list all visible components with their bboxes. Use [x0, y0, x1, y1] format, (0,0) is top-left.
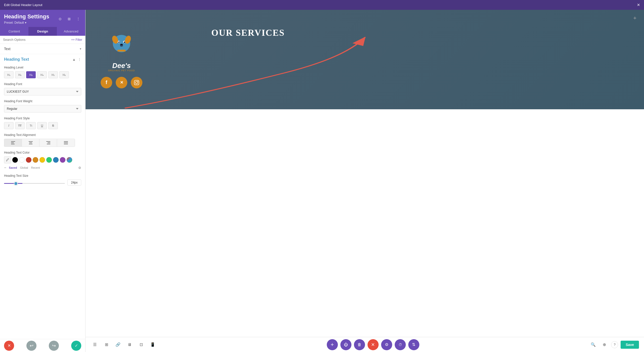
add-element-btn[interactable]: +	[327, 339, 338, 350]
close-icon[interactable]: ×	[637, 2, 640, 8]
target-icon[interactable]: ⊙	[57, 16, 63, 22]
toolbar-grid-icon[interactable]: ⊞	[102, 340, 111, 349]
align-center-btn[interactable]	[22, 139, 39, 147]
heading-text-size-group: Heading Text Size	[4, 174, 81, 186]
heading-text-size-label: Heading Text Size	[4, 174, 81, 178]
level-h2-btn[interactable]: H₂	[15, 71, 25, 78]
logo-name: Dee's	[108, 62, 135, 69]
tab-advanced[interactable]: Advanced	[57, 27, 85, 36]
svg-rect-4	[29, 143, 32, 143]
dog-logo	[106, 31, 137, 57]
heading-font-weight-group: Heading Font Weight Regular Bold Light	[4, 99, 81, 113]
settings-btn[interactable]: ⚙	[381, 339, 392, 350]
underline-btn[interactable]: U	[37, 122, 47, 129]
color-swatch-blue[interactable]	[53, 157, 59, 163]
level-h3-btn[interactable]: H₃	[26, 71, 36, 78]
align-left-btn[interactable]	[4, 139, 22, 147]
size-slider[interactable]	[4, 183, 65, 184]
strikethrough-btn[interactable]: S	[48, 122, 58, 129]
columns-btn[interactable]: ⇅	[408, 339, 419, 350]
capitalize-btn[interactable]: Tt	[26, 122, 36, 129]
color-swatch-rainbow[interactable]	[67, 157, 72, 163]
sidebar-preset[interactable]: Preset: Default ▾	[4, 21, 49, 24]
toolbar-mobile-icon[interactable]: 📱	[148, 340, 157, 349]
align-justify-btn[interactable]	[57, 139, 75, 147]
confirm-button[interactable]: ✓	[71, 341, 81, 351]
align-right-btn[interactable]	[39, 139, 57, 147]
confirm-icon: ✓	[75, 343, 78, 348]
toolbar-menu-icon[interactable]: ☰	[91, 340, 99, 349]
level-h6-btn[interactable]: H₆	[59, 71, 69, 78]
italic-btn[interactable]: I	[4, 122, 14, 129]
power-btn[interactable]: ⏻	[340, 339, 351, 350]
dots-icon[interactable]: ···	[4, 165, 6, 170]
color-swatch-white[interactable]	[19, 157, 25, 163]
color-swatch-purple[interactable]	[60, 157, 65, 163]
uppercase-btn[interactable]: TT	[15, 122, 25, 129]
heading-font-weight-select[interactable]: Regular Bold Light	[4, 105, 81, 113]
tab-content[interactable]: Content	[0, 27, 28, 36]
eyedropper-btn[interactable]	[4, 156, 11, 163]
color-swatch-red[interactable]	[26, 157, 31, 163]
toolbar-link-icon[interactable]: 🔗	[114, 340, 122, 349]
help-icon[interactable]: ?	[611, 341, 618, 348]
cancel-icon: ✕	[8, 343, 11, 348]
services-text: OUR SERVICES	[211, 27, 285, 38]
level-h4-btn[interactable]: H₄	[37, 71, 47, 78]
color-swatch-orange[interactable]	[33, 157, 38, 163]
canvas-plus-icon[interactable]: +	[633, 15, 636, 21]
svg-rect-2	[11, 144, 15, 144]
color-swatch-green[interactable]	[46, 157, 52, 163]
search-icon[interactable]: 🔍	[589, 340, 597, 349]
tab-design[interactable]: Design	[28, 27, 57, 36]
redo-button[interactable]: ↪	[49, 341, 59, 351]
facebook-icon[interactable]: f	[101, 77, 112, 88]
size-value-input[interactable]	[67, 180, 81, 186]
level-h5-btn[interactable]: H₅	[48, 71, 58, 78]
svg-rect-9	[64, 141, 68, 142]
svg-point-22	[119, 42, 120, 43]
svg-rect-8	[47, 144, 50, 144]
toolbar-desktop-icon[interactable]: 🖥	[125, 340, 134, 349]
color-settings-icon[interactable]: ⚙	[78, 166, 81, 170]
more-options-icon[interactable]: ⋮	[75, 16, 81, 22]
toolbar-tablet-icon[interactable]: ⊡	[137, 340, 145, 349]
filter-plus-icon: +	[71, 38, 73, 42]
delete-btn[interactable]: 🗑	[354, 339, 365, 350]
color-tab-recent[interactable]: Recent	[31, 166, 40, 169]
size-row	[4, 180, 81, 186]
heading-font-group: Heading Font LUCKIEST GUY	[4, 82, 81, 95]
arrow-overlay	[86, 10, 644, 109]
color-swatch-black[interactable]	[12, 157, 18, 163]
color-swatch-yellow[interactable]	[39, 157, 45, 163]
text-section-header[interactable]: Text ▾	[0, 44, 85, 54]
heading-font-select[interactable]: LUCKIEST GUY	[4, 88, 81, 95]
svg-rect-11	[64, 144, 68, 144]
collapse-icon[interactable]: ▲	[72, 57, 76, 61]
top-bar: Edit Global Header Layout ×	[0, 0, 644, 10]
layout-icon[interactable]: ⊞	[66, 16, 72, 22]
cancel-button[interactable]: ✕	[4, 341, 14, 351]
logo-area: Dee's ORGANIC PET FOOD f ✕	[101, 31, 142, 88]
color-swatch-row	[4, 156, 81, 163]
timer-btn[interactable]: ⏱	[395, 339, 406, 350]
level-h1-btn[interactable]: H₁	[4, 71, 14, 78]
svg-rect-21	[117, 50, 126, 51]
close-btn[interactable]: ✕	[368, 339, 379, 350]
filter-button[interactable]: + + Filter	[71, 38, 82, 42]
twitter-icon[interactable]: ✕	[116, 77, 127, 88]
instagram-icon[interactable]	[131, 77, 142, 88]
undo-button[interactable]: ↩	[26, 341, 36, 351]
color-tab-saved[interactable]: Saved	[9, 166, 17, 169]
save-button[interactable]: Save	[621, 341, 639, 349]
color-tab-global[interactable]: Global	[20, 166, 28, 169]
svg-point-12	[6, 161, 7, 161]
top-bar-title: Edit Global Header Layout	[4, 3, 42, 7]
heading-level-group: Heading Level H₁ H₂ H₃ H₄ H₅ H₆	[4, 66, 81, 78]
svg-point-17	[124, 41, 125, 43]
more-icon[interactable]: ⋮	[78, 57, 81, 61]
layers-icon[interactable]: ⊕	[600, 340, 609, 349]
search-input[interactable]	[3, 38, 69, 42]
sidebar-heading-title: Heading Settings	[4, 13, 49, 20]
canvas-body	[86, 109, 644, 337]
